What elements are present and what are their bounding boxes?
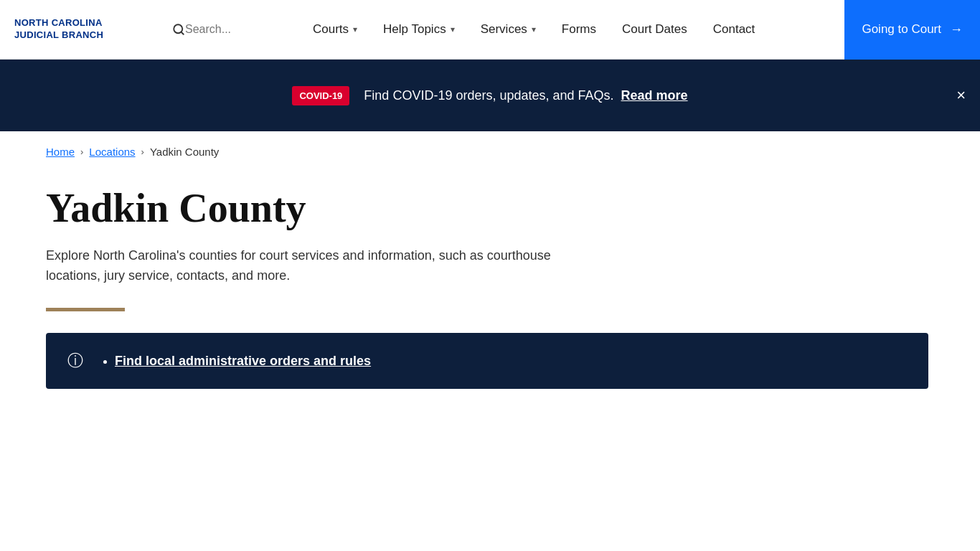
search-icon [172,23,185,36]
close-banner-button[interactable]: × [956,88,966,103]
info-icon: ⓘ [67,350,83,372]
arrow-right-icon: → [950,22,963,37]
going-to-court-button[interactable]: Going to Court → [844,0,980,60]
logo-line2: JUDICIAL BRANCH [14,29,103,40]
chevron-down-icon: ▾ [353,24,357,34]
admin-orders-link[interactable]: Find local administrative orders and rul… [115,354,371,368]
site-logo: NORTH CAROLINA JUDICIAL BRANCH [14,17,103,42]
page-description: Explore North Carolina's counties for co… [46,245,606,287]
logo-line1: NORTH CAROLINA [14,17,103,28]
main-content: Yadkin County Explore North Carolina's c… [0,172,980,418]
nav-court-dates[interactable]: Court Dates [609,0,700,59]
main-nav: Courts ▾ Help Topics ▾ Services ▾ Forms … [300,0,844,59]
nav-courts[interactable]: Courts ▾ [300,0,370,59]
page-title: Yadkin County [46,187,934,231]
breadcrumb-locations[interactable]: Locations [89,146,135,158]
logo-area: NORTH CAROLINA JUDICIAL BRANCH [0,17,158,42]
breadcrumb-separator-1: › [80,146,83,157]
info-box: ⓘ Find local administrative orders and r… [46,333,928,389]
section-divider [46,308,125,311]
nav-help-topics[interactable]: Help Topics ▾ [370,0,468,59]
chevron-down-icon: ▾ [451,24,455,34]
breadcrumb-separator-2: › [141,146,144,157]
covid-banner: COVID-19 Find COVID-19 orders, updates, … [0,60,980,131]
info-box-list-item: Find local administrative orders and rul… [115,354,371,369]
site-header: NORTH CAROLINA JUDICIAL BRANCH Courts ▾ … [0,0,980,60]
svg-line-1 [181,32,183,34]
covid-read-more-link[interactable]: Read more [621,88,688,103]
breadcrumb: Home › Locations › Yadkin County [0,131,980,172]
nav-services[interactable]: Services ▾ [468,0,549,59]
search-area[interactable] [158,23,300,36]
cta-label: Going to Court [862,22,941,37]
chevron-down-icon: ▾ [532,24,536,34]
breadcrumb-current: Yadkin County [150,146,219,158]
covid-badge: COVID-19 [292,86,349,105]
search-input[interactable] [185,23,286,36]
nav-forms[interactable]: Forms [549,0,609,59]
nav-contact[interactable]: Contact [700,0,768,59]
breadcrumb-home[interactable]: Home [46,146,75,158]
covid-text: Find COVID-19 orders, updates, and FAQs.… [364,88,687,103]
